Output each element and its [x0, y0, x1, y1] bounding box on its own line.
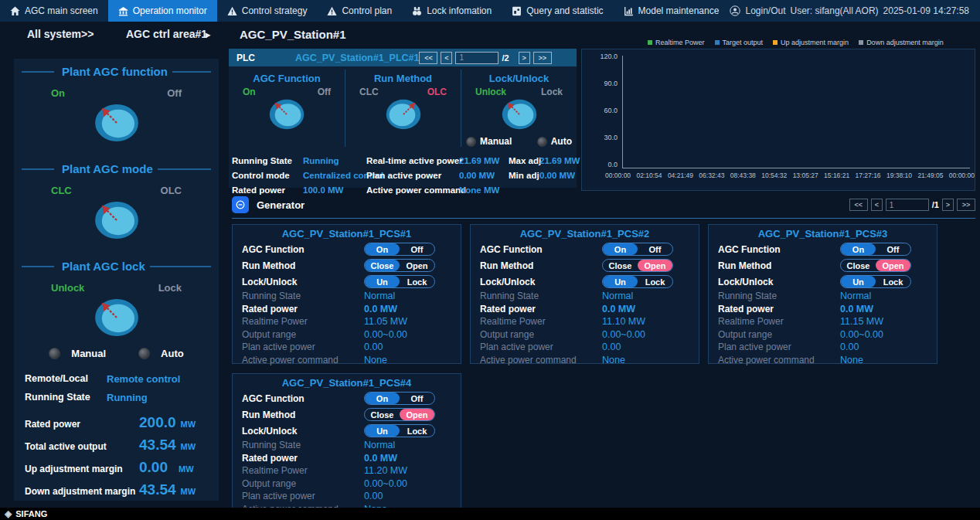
output-range-value: 0.00~0.00	[602, 329, 645, 340]
plan-active-power-value: 0.00	[364, 342, 383, 352]
nav-label: Control strategy	[242, 5, 308, 16]
lock-unlock-toggle[interactable]: UnLock	[364, 424, 435, 437]
running-state-value: Normal	[364, 291, 395, 301]
lock-unlock-toggle[interactable]: UnLock	[602, 275, 673, 288]
agc-function-off-label: Off	[167, 87, 182, 99]
total-active-output-metric: Total active output 43.54 MW	[22, 437, 211, 454]
plc-first-page-button[interactable]: <<	[419, 52, 437, 64]
plc-page-input[interactable]	[455, 52, 499, 64]
agc-function-toggle[interactable]: OnOff	[840, 243, 911, 256]
pcs-card-1: AGC_PV_Station#1_PCS#1 AGC Function OnOf…	[232, 224, 461, 364]
manual-label: Manual	[71, 348, 106, 359]
pcs-card-title: AGC_PV_Station#1_PCS#4	[242, 377, 451, 389]
nav-label: Control plan	[342, 5, 392, 16]
report-icon	[512, 6, 522, 16]
agc-function-toggle[interactable]: OnOff	[364, 392, 435, 405]
agc-function-toggle[interactable]: OnOff	[602, 243, 673, 256]
generator-next-page-button[interactable]: >	[942, 199, 954, 211]
output-range-value: 0.00~0.00	[840, 329, 883, 340]
realtime-power-value: 11.15 MW	[840, 316, 883, 327]
plc-manual-label: Manual	[480, 136, 512, 147]
plc-lock-unlock-group: Lock/Unlock Unlock Lock Manual Auto	[461, 70, 577, 147]
nav-operation-monitor[interactable]: Operation monitor	[108, 0, 217, 22]
session-info: Login/Out User: sifang(All AOR) 2025-01-…	[730, 0, 980, 22]
output-range-value: 0.00~0.00	[364, 329, 407, 340]
generator-pager: << < /1 > >>	[849, 199, 975, 211]
bar-chart-icon	[624, 6, 634, 16]
plc-prev-page-button[interactable]: <	[441, 52, 452, 64]
plc-lock-unlock-knob[interactable]	[502, 99, 537, 130]
nav-label: AGC main screen	[25, 5, 98, 16]
home-icon	[10, 6, 20, 16]
timestamp: 2025-01-09 14:27:58	[883, 5, 969, 16]
breadcrumb-all-system[interactable]: All system>>	[27, 28, 94, 40]
pcs-card-title: AGC_PV_Station#1_PCS#1	[242, 228, 451, 240]
plc-plan-active-power-value: 0.00 MW	[459, 171, 509, 180]
plan-active-power-value: 0.00	[602, 342, 621, 352]
realtime-power-value: 11.10 MW	[602, 316, 645, 327]
plc-run-clc-label: CLC	[359, 87, 379, 97]
generator-icon	[232, 196, 249, 213]
run-method-toggle[interactable]: CloseOpen	[840, 259, 911, 272]
rated-power-value: 0.0 MW	[364, 453, 397, 464]
plc-header: PLC AGC_PV_Station#1_PLC#1 << < /2 > >>	[229, 49, 577, 66]
lock-unlock-toggle[interactable]: UnLock	[364, 275, 435, 288]
plc-run-method-group: Run Method CLC OLC	[345, 70, 461, 147]
plc-run-olc-label: OLC	[427, 87, 447, 97]
nav-query-and-statistic[interactable]: Query and statistic	[502, 0, 613, 22]
breadcrumb-agc-ctrl-area[interactable]: AGC ctrl area#1▸	[126, 28, 210, 40]
plc-auto-radio[interactable]	[537, 137, 547, 147]
generator-section-title: Generator	[257, 199, 305, 211]
agc-function-toggle[interactable]: OnOff	[364, 243, 435, 256]
nav-control-plan[interactable]: Control plan	[317, 0, 402, 22]
nav-control-strategy[interactable]: Control strategy	[217, 0, 318, 22]
manual-radio[interactable]	[49, 348, 60, 359]
realtime-power-value: 11.05 MW	[364, 316, 407, 327]
chart-legend: Realtime Power Target output Up adjustme…	[648, 39, 944, 46]
user-icon	[730, 5, 740, 16]
plc-last-page-button[interactable]: >>	[533, 52, 552, 64]
pcs-card-title: AGC_PV_Station#1_PCS#2	[480, 228, 689, 240]
brand-name: SIFANG	[15, 509, 47, 518]
top-nav-bar: AGC main screen Operation monitor Contro…	[0, 0, 980, 22]
plc-name: AGC_PV_Station#1_PLC#1	[295, 53, 419, 63]
plc-max-adj-value: 21.69 MW	[539, 156, 580, 165]
plc-unlock-label: Unlock	[475, 87, 506, 97]
power-trend-chart: Realtime Power Target output Up adjustme…	[581, 39, 975, 191]
active-power-command-value: None	[364, 355, 387, 365]
run-method-toggle[interactable]: CloseOpen	[364, 408, 435, 421]
plc-lock-label: Lock	[541, 87, 563, 97]
plc-agc-function-knob[interactable]	[269, 99, 305, 130]
auto-label: Auto	[161, 348, 184, 359]
plant-agc-mode-knob[interactable]	[94, 201, 139, 240]
plant-agc-lock-knob[interactable]	[94, 298, 139, 337]
plc-manual-radio[interactable]	[466, 137, 476, 147]
plc-run-method-knob[interactable]	[386, 99, 421, 130]
page-title: AGC_PV_Station#1	[240, 28, 346, 41]
rated-power-metric: Rated power 200.0 MW	[22, 414, 211, 431]
generator-first-page-button[interactable]: <<	[849, 199, 868, 211]
generator-last-page-button[interactable]: >>	[957, 199, 975, 211]
lock-unlock-toggle[interactable]: UnLock	[840, 275, 911, 288]
auto-radio[interactable]	[138, 348, 150, 359]
plant-agc-function-knob[interactable]	[94, 104, 139, 142]
nav-label: Operation monitor	[133, 5, 207, 16]
y-axis-line	[622, 56, 623, 168]
nav-agc-main-screen[interactable]: AGC main screen	[0, 0, 108, 22]
login-out-link[interactable]: Login/Out	[745, 5, 785, 16]
legend-swatch-down-adjustment-margin	[859, 40, 863, 45]
running-state-row: Running State Running	[22, 392, 211, 403]
plc-running-state-value: Running	[303, 156, 366, 165]
agc-mode-olc-label: OLC	[161, 185, 182, 196]
plc-auto-label: Auto	[551, 136, 572, 147]
run-method-toggle[interactable]: CloseOpen	[364, 259, 435, 272]
legend-swatch-target-output	[715, 40, 720, 45]
nav-lock-infomation[interactable]: Lock infomation	[402, 0, 502, 22]
plc-next-page-button[interactable]: >	[519, 52, 530, 64]
run-method-toggle[interactable]: CloseOpen	[602, 259, 673, 272]
nav-label: Model maintenance	[638, 5, 720, 16]
nav-model-maintenance[interactable]: Model maintenance	[614, 0, 730, 22]
generator-page-input[interactable]	[886, 199, 929, 211]
pcs-card-title: AGC_PV_Station#1_PCS#3	[718, 228, 927, 240]
generator-prev-page-button[interactable]: <	[871, 199, 883, 211]
